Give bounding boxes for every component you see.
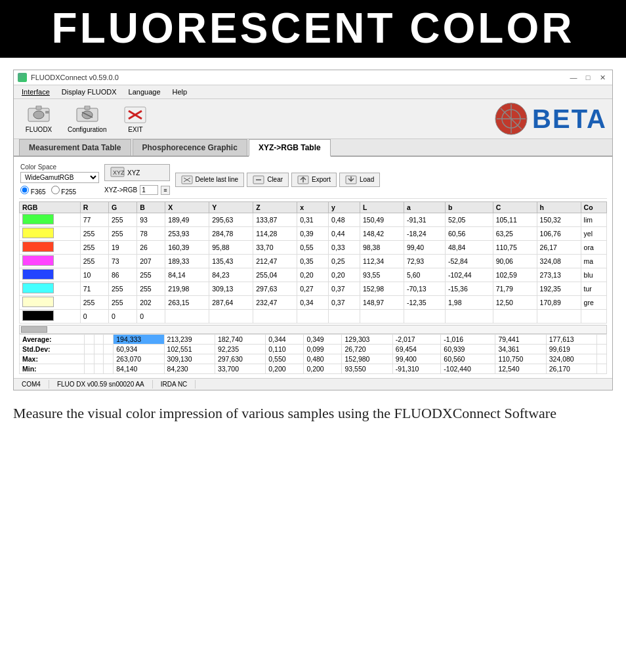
radio-f255-label[interactable]: F255 [51, 186, 77, 196]
xyz-rgb-input[interactable] [140, 185, 158, 195]
cell-co [581, 310, 606, 324]
delete-icon [181, 175, 193, 184]
delete-last-line-button[interactable]: Delete last line [175, 173, 245, 187]
fluodx-button-label: FLUODX [26, 126, 52, 133]
radio-f365-label[interactable]: F365 [20, 186, 46, 196]
cell-r: 255 [80, 296, 108, 310]
cell-X: 189,33 [165, 255, 209, 268]
cell-Y: 309,13 [209, 282, 253, 296]
stat-X: 194,333 [114, 335, 164, 345]
radio-f365[interactable] [20, 186, 29, 194]
stat-Z: 297,630 [215, 354, 265, 364]
close-button[interactable]: ✕ [596, 73, 608, 82]
xyz-rgb-label: XYZ->RGB [104, 186, 137, 194]
cell-x: 0,55 [297, 241, 329, 255]
xyz-btn-icon: XYZ [110, 167, 125, 178]
xyz-button[interactable]: XYZ XYZ [104, 164, 170, 181]
cell-co: ma [581, 255, 606, 268]
color-space-select[interactable]: WideGamutRGB sRGB AdobeRGB [20, 172, 99, 183]
stat-y: 0,349 [304, 335, 342, 345]
cell-X: 219,98 [165, 282, 209, 296]
stat-label: Average: [20, 335, 85, 345]
cell-Y: 287,64 [209, 296, 253, 310]
cell-g: 255 [108, 213, 136, 227]
col-header-g: G [108, 202, 136, 213]
config-button-label: Configuration [68, 126, 106, 133]
menu-language[interactable]: Language [123, 87, 166, 97]
stat-b: -102,440 [441, 364, 495, 374]
data-table-wrapper[interactable]: RGB R G B X Y Z x y L a b C [19, 201, 607, 324]
svg-text:XYZ: XYZ [113, 169, 125, 176]
cell-X: 263,15 [165, 296, 209, 310]
minimize-button[interactable]: — [568, 73, 579, 82]
cell-Y: 284,78 [209, 227, 253, 241]
cell-C [493, 310, 537, 324]
stat-Y: 84,230 [164, 364, 215, 374]
status-irda: IRDA NC [153, 380, 196, 388]
cell-C: 63,25 [493, 227, 537, 241]
svg-point-1 [33, 111, 44, 119]
radio-f255[interactable] [51, 186, 60, 194]
svg-rect-2 [36, 106, 41, 110]
cell-X: 160,39 [165, 241, 209, 255]
cell-b-val: 1,98 [446, 296, 493, 310]
cell-x: 0,20 [297, 268, 329, 282]
clear-button[interactable]: Clear [247, 173, 289, 187]
cell-y: 0,37 [329, 296, 360, 310]
menu-interface[interactable]: Interface [16, 87, 55, 97]
cell-co: gre [581, 296, 606, 310]
title-bar-controls: — □ ✕ [568, 73, 608, 82]
cell-g: 73 [108, 255, 136, 268]
stat-label: Max: [20, 354, 85, 364]
table-row: 71255255219,98309,13297,630,270,37152,98… [20, 282, 607, 296]
scrollbar-thumb[interactable] [21, 326, 47, 333]
content-area: Color Space WideGamutRGB sRGB AdobeRGB F… [14, 157, 612, 378]
load-button[interactable]: Load [339, 173, 380, 187]
xyz-rgb-calc-button[interactable]: ≡ [161, 186, 169, 195]
cell-b-val: 52,05 [446, 213, 493, 227]
tab-measurement-data[interactable]: Measurement Data Table [19, 139, 131, 156]
data-table: RGB R G B X Y Z x y L a b C [19, 201, 607, 324]
menu-help[interactable]: Help [167, 87, 193, 97]
horizontal-scrollbar[interactable] [19, 325, 607, 334]
cell-x: 0,27 [297, 282, 329, 296]
cell-y: 0,25 [329, 255, 360, 268]
stat-h: 177,613 [546, 335, 596, 345]
toolbar-exit-button[interactable]: EXIT [115, 104, 155, 135]
cell-X: 189,49 [165, 213, 209, 227]
cell-b-val: 60,56 [446, 227, 493, 241]
stats-row: Max: 263,070 309,130 297,630 0,550 0,480… [20, 354, 607, 364]
tab-phosphorecence[interactable]: Phosphorecence Graphic [133, 139, 247, 156]
cell-swatch [20, 227, 81, 241]
cell-L: 148,42 [360, 227, 404, 241]
toolbar-config-button[interactable]: Configuration [64, 104, 110, 135]
app-icon [18, 73, 27, 82]
status-com: COM4 [14, 380, 49, 388]
cell-y [329, 310, 360, 324]
menu-display-fluodx[interactable]: Display FLUODX [56, 87, 122, 97]
stat-Y: 102,551 [164, 345, 215, 354]
table-row: 108625584,1484,23255,040,200,2093,555,60… [20, 268, 607, 282]
title-bar: FLUODXConnect v0.59.0.0 — □ ✕ [14, 70, 612, 85]
cell-b-val: 48,84 [446, 241, 493, 255]
tab-xyz-rgb[interactable]: XYZ->RGB Table [249, 139, 331, 157]
cell-y: 0,33 [329, 241, 360, 255]
clear-icon [253, 175, 264, 184]
stat-a: 69,454 [392, 345, 440, 354]
toolbar-fluodx-button[interactable]: FLUODX [19, 104, 58, 135]
cell-swatch [20, 213, 81, 227]
cell-x: 0,39 [297, 227, 329, 241]
col-header-z-big: Z [253, 202, 297, 213]
application-window: FLUODXConnect v0.59.0.0 — □ ✕ Interface … [13, 70, 613, 390]
svg-rect-6 [85, 106, 90, 110]
cell-h: 273,13 [537, 268, 581, 282]
export-button[interactable]: Export [291, 173, 337, 187]
stat-r-cell [84, 354, 94, 364]
status-device: FLUO DX v00.59 sn00020 AA [49, 380, 153, 388]
cell-X: 84,14 [165, 268, 209, 282]
cell-r: 0 [80, 310, 108, 324]
config-icon [75, 105, 99, 125]
stat-h: 324,080 [546, 354, 596, 364]
maximize-button[interactable]: □ [582, 73, 594, 82]
cell-y: 0,48 [329, 213, 360, 227]
